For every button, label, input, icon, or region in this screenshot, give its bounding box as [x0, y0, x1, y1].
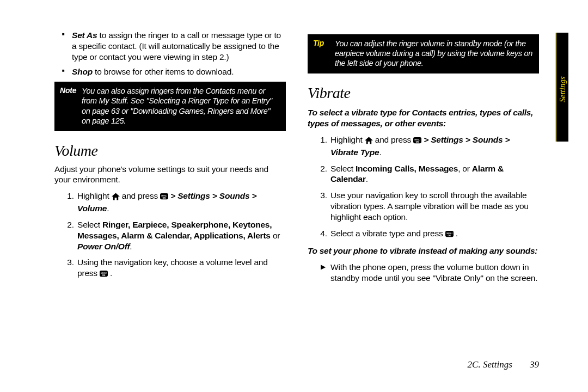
page-footer: 2C. Settings 39: [468, 359, 539, 370]
home-icon: [112, 192, 120, 203]
side-tab-label: Settings: [558, 76, 567, 102]
note-body: You can also assign ringers from the Con…: [82, 86, 280, 126]
text: With the phone open, press the volume bu…: [330, 262, 537, 283]
svg-text:OK: OK: [416, 140, 419, 143]
svg-text:OK: OK: [102, 274, 106, 277]
text: Highlight: [330, 135, 365, 144]
paragraph: Adjust your phone's volume settings to s…: [54, 164, 286, 186]
text: .: [366, 174, 368, 183]
list-item: Set As to assign the ringer to a call or…: [70, 30, 286, 62]
text: .: [454, 229, 458, 238]
list-item: Using the navigation key, choose a volum…: [76, 257, 286, 280]
tip-body: You can adjust the ringer volume in stan…: [335, 39, 534, 68]
ok-button-icon: MENUOK: [100, 270, 108, 280]
numbered-steps: Highlight and press MENUOK > Settings > …: [54, 191, 286, 280]
section-heading-volume: Volume: [54, 141, 286, 161]
list-item: Use your navigation key to scroll throug…: [329, 190, 539, 222]
list-item: Highlight and press MENUOK > Settings > …: [329, 134, 539, 158]
section-heading-vibrate: Vibrate: [308, 83, 539, 103]
text: Select: [330, 164, 356, 173]
text: to browse for other items to download.: [93, 67, 234, 76]
sub-bullet-list: Set As to assign the ringer to a call or…: [54, 30, 286, 77]
left-column: Set As to assign the ringer to a call or…: [54, 30, 286, 289]
emphasis: Incoming Calls, Messages: [356, 164, 458, 173]
emphasis: Set As: [72, 30, 97, 40]
home-icon: [365, 136, 373, 147]
list-item: Shop to browse for other items to downlo…: [70, 66, 286, 77]
svg-text:OK: OK: [163, 197, 166, 199]
lead-paragraph: To select a vibrate type for Contacts en…: [308, 107, 539, 129]
list-item: Select a vibrate type and press MENUOK .: [329, 228, 539, 241]
ok-button-icon: MENUOK: [160, 192, 168, 203]
tip-label: Tip: [313, 39, 335, 48]
text: .: [107, 204, 109, 213]
ok-button-icon: MENUOK: [445, 230, 454, 241]
note-label: Note: [60, 86, 82, 96]
right-column: Tip You can adjust the ringer volume in …: [308, 30, 539, 289]
text: or: [271, 231, 280, 240]
list-item: With the phone open, press the volume bu…: [322, 262, 539, 284]
text: , or: [458, 164, 472, 173]
section-side-tab: Settings: [555, 33, 568, 142]
list-item: Select Ringer, Earpiece, Speakerphone, K…: [76, 219, 286, 252]
text: Use your navigation key to scroll throug…: [330, 191, 529, 222]
emphasis: Power On/Off: [77, 242, 130, 251]
footer-page-number: 39: [530, 359, 539, 370]
list-item: Highlight and press MENUOK > Settings > …: [76, 191, 286, 214]
lead-paragraph: To set your phone to vibrate instead of …: [308, 246, 539, 256]
list-item: Select Incoming Calls, Messages, or Alar…: [329, 163, 539, 185]
emphasis: Shop: [72, 67, 93, 76]
footer-section: 2C. Settings: [468, 359, 512, 370]
arrow-step: With the phone open, press the volume bu…: [308, 262, 539, 284]
two-column-layout: Set As to assign the ringer to a call or…: [0, 0, 588, 289]
text: and press: [375, 135, 413, 144]
text: .: [130, 242, 132, 251]
text: Select a vibrate type and press: [330, 229, 445, 238]
numbered-steps: Highlight and press MENUOK > Settings > …: [308, 134, 539, 241]
svg-text:OK: OK: [448, 234, 451, 236]
text: Select: [77, 220, 102, 229]
text: to assign the ringer to a call or messag…: [72, 30, 281, 62]
text: Highlight: [77, 191, 112, 200]
note-callout: Note You can also assign ringers from th…: [54, 82, 286, 131]
emphasis: Ringer, Earpiece, Speakerphone, Keytones…: [77, 220, 272, 240]
manual-page: Set As to assign the ringer to a call or…: [0, 0, 588, 392]
text: .: [108, 268, 112, 278]
text: .: [379, 148, 381, 157]
tip-callout: Tip You can adjust the ringer volume in …: [308, 34, 539, 74]
ok-button-icon: MENUOK: [413, 136, 421, 147]
text: and press: [122, 191, 160, 200]
